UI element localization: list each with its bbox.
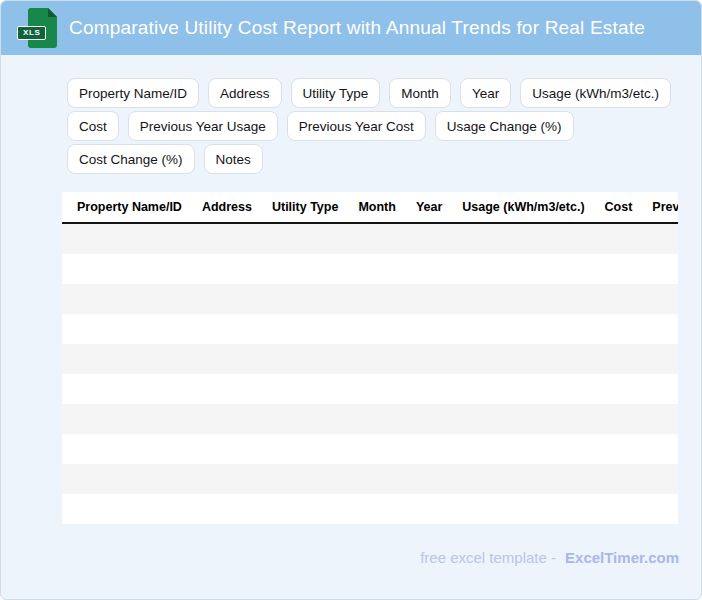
column-chip-notes: Notes — [204, 144, 263, 174]
table-header-cell: Address — [202, 200, 252, 214]
footer: free excel template -ExcelTimer.com — [1, 550, 701, 566]
page-title: Comparative Utility Cost Report with Ann… — [69, 17, 645, 39]
column-chip-cost: Cost — [67, 111, 119, 141]
column-chip-property-name: Property Name/ID — [67, 78, 199, 108]
table-row — [62, 374, 678, 404]
table-body — [62, 224, 678, 524]
table-row — [62, 494, 678, 524]
table-row — [62, 434, 678, 464]
column-chip-previous-year-cost: Previous Year Cost — [287, 111, 426, 141]
column-chip-address: Address — [208, 78, 282, 108]
column-chip-cost-change: Cost Change (%) — [67, 144, 195, 174]
table-header-cell: Month — [358, 200, 395, 214]
preview-table: Property Name/ID Address Utility Type Mo… — [62, 192, 678, 524]
chip-row: Cost Previous Year Usage Previous Year C… — [67, 111, 683, 141]
column-chip-month: Month — [389, 78, 451, 108]
table-row — [62, 314, 678, 344]
column-chip-usage-change: Usage Change (%) — [435, 111, 574, 141]
column-chip-year: Year — [460, 78, 511, 108]
file-fold-corner — [48, 8, 57, 17]
column-chip-usage: Usage (kWh/m3/etc.) — [520, 78, 671, 108]
column-chip-utility-type: Utility Type — [291, 78, 381, 108]
table-header-cell: Utility Type — [272, 200, 338, 214]
table-header-cell: Usage (kWh/m3/etc.) — [462, 200, 584, 214]
table-header-cell: Property Name/ID — [77, 200, 182, 214]
table-header-cell: Year — [416, 200, 442, 214]
table-header-cell: Previous Year Usage — [652, 200, 678, 214]
table-row — [62, 464, 678, 494]
table-row — [62, 254, 678, 284]
header-bar: XLS Comparative Utility Cost Report with… — [1, 1, 701, 55]
table-header-row: Property Name/ID Address Utility Type Mo… — [62, 192, 678, 224]
footer-credit-text: free excel template - — [420, 549, 556, 566]
xls-badge: XLS — [17, 26, 46, 40]
chip-row: Property Name/ID Address Utility Type Mo… — [67, 78, 683, 108]
xls-file-icon: XLS — [15, 6, 59, 50]
column-chip-list: Property Name/ID Address Utility Type Mo… — [67, 78, 683, 174]
template-preview-page: XLS Comparative Utility Cost Report with… — [0, 0, 702, 600]
table-row — [62, 344, 678, 374]
table-row — [62, 284, 678, 314]
table-row — [62, 404, 678, 434]
chip-row: Cost Change (%) Notes — [67, 144, 683, 174]
table-header-cell: Cost — [605, 200, 633, 214]
footer-brand-link[interactable]: ExcelTimer.com — [565, 549, 679, 566]
table-row — [62, 224, 678, 254]
column-chip-previous-year-usage: Previous Year Usage — [128, 111, 278, 141]
